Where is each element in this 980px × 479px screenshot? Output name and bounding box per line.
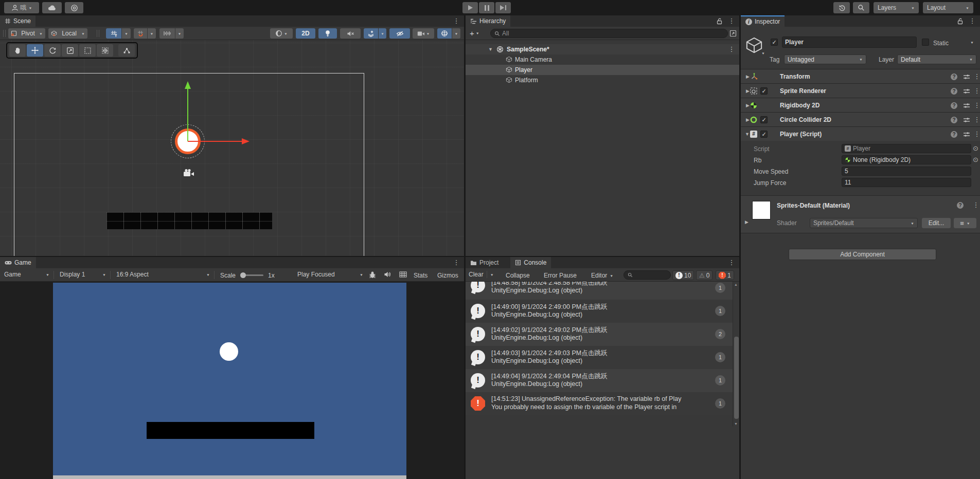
pivot-dropdown[interactable]: Pivot ▼ — [8, 28, 45, 39]
component-header-sprite-renderer[interactable]: ▶ ✓ Sprite Renderer ? ⋮ — [741, 83, 980, 98]
scrollbar-thumb[interactable] — [734, 337, 739, 419]
console-menu-kebab[interactable]: ⋮ — [728, 259, 735, 267]
create-object-button[interactable]: + ▼ — [470, 29, 479, 38]
component-header-player-script[interactable]: ▼ # ✓ Player (Script) ? ⋮ — [741, 126, 980, 141]
help-icon[interactable]: ? — [951, 88, 957, 95]
script-object-field[interactable]: # Player — [842, 144, 971, 153]
warning-filter-toggle[interactable]: ⚠ 0 — [696, 270, 712, 280]
console-message-row[interactable]: ! [14:49:00] 9/1/2024 2:49:00 PM点击跳跃 Uni… — [466, 300, 733, 323]
grid-visibility-caret[interactable]: ▼ — [122, 28, 131, 39]
component-kebab[interactable]: ⋮ — [973, 116, 980, 124]
static-caret[interactable]: ▼ — [970, 41, 974, 44]
game-menu-kebab[interactable]: ⋮ — [453, 259, 460, 267]
rect-tool-button[interactable] — [79, 44, 96, 57]
object-picker-icon[interactable]: ⊙ — [973, 144, 978, 152]
2d-mode-toggle[interactable]: 2D — [296, 28, 315, 39]
scene-lighting-toggle[interactable] — [318, 28, 337, 39]
move-gizmo-y-axis[interactable] — [187, 88, 188, 141]
gameobject-name-field[interactable] — [782, 36, 917, 48]
overlay-drag-handle[interactable] — [3, 30, 6, 37]
grid-visibility-toggle[interactable]: Y — [106, 28, 121, 39]
step-button[interactable] — [495, 2, 511, 13]
hierarchy-item-player[interactable]: Player — [466, 65, 739, 75]
scene-picker-icon[interactable] — [729, 30, 737, 37]
scroll-down-arrow[interactable]: ▼ — [734, 422, 738, 426]
log-filter-toggle[interactable]: ! 10 — [672, 270, 694, 280]
add-component-button[interactable]: Add Component — [789, 249, 936, 260]
gizmos-caret[interactable]: ▼ — [452, 28, 460, 39]
help-icon[interactable]: ? — [957, 202, 964, 209]
tag-dropdown[interactable]: Untagged ▼ — [784, 54, 866, 64]
layers-dropdown[interactable]: Layers ▼ — [874, 2, 919, 13]
material-preview-swatch[interactable] — [752, 201, 771, 219]
aspect-ratio-dropdown[interactable]: 16:9 Aspect▼ — [116, 271, 210, 278]
console-message-row[interactable]: ! [14:49:04] 9/1/2024 2:49:04 PM点击跳跃 Uni… — [466, 369, 733, 392]
hierarchy-search-field[interactable]: All — [490, 29, 728, 38]
foldout-arrow-icon[interactable]: ▶ — [746, 88, 750, 94]
pause-button[interactable] — [479, 2, 494, 13]
console-message-row[interactable]: ! [14:49:02] 9/1/2024 2:49:02 PM点击跳跃 Uni… — [466, 323, 733, 346]
transform-tool-button[interactable] — [97, 44, 113, 57]
layout-dropdown[interactable]: Layout ▼ — [923, 2, 973, 13]
rb-object-field[interactable]: None (Rigidbody 2D) — [842, 155, 971, 164]
display-dropdown[interactable]: Display 1▼ — [60, 271, 106, 278]
game-bottom-scrollbar[interactable] — [53, 475, 406, 479]
scale-tool-button[interactable] — [62, 44, 78, 57]
grid-snapping-caret[interactable]: ▼ — [148, 28, 156, 39]
game-view-dropdown[interactable]: Game▼ — [4, 271, 49, 278]
overlay-drag-handle[interactable] — [97, 30, 99, 37]
scene-menu-kebab[interactable]: ⋮ — [453, 17, 460, 25]
console-message-row[interactable]: ! [14:49:03] 9/1/2024 2:49:03 PM点击跳跃 Uni… — [466, 346, 733, 369]
foldout-arrow-icon[interactable]: ▶ — [746, 74, 750, 79]
help-icon[interactable]: ? — [951, 117, 957, 123]
clear-button[interactable]: Clear ▼ — [469, 271, 494, 278]
help-icon[interactable]: ? — [951, 102, 957, 109]
gizmos-toggle[interactable] — [437, 28, 452, 39]
material-kebab[interactable]: ⋮ — [972, 201, 979, 209]
active-checkbox[interactable]: ✓ — [771, 39, 778, 46]
tab-inspector[interactable]: i Inspector — [741, 15, 785, 27]
gizmos-dropdown[interactable]: Gizmos — [437, 272, 458, 279]
component-enabled-checkbox[interactable]: ✓ — [760, 116, 768, 123]
cloud-button[interactable] — [42, 2, 62, 13]
gameobject-name-input[interactable] — [785, 39, 914, 46]
preset-icon[interactable] — [963, 117, 970, 123]
scene-row-kebab[interactable]: ⋮ — [728, 45, 735, 53]
hierarchy-item-main-camera[interactable]: Main Camera — [466, 54, 739, 65]
snap-increment-toggle[interactable] — [159, 28, 175, 39]
move-speed-input[interactable] — [845, 168, 968, 175]
help-icon[interactable]: ? — [951, 131, 957, 138]
scene-effects-toggle[interactable] — [364, 28, 378, 39]
stats-toggle[interactable]: Stats — [414, 272, 427, 279]
hidden-objects-toggle[interactable] — [389, 28, 410, 39]
stats-grid-button[interactable] — [399, 271, 407, 278]
preset-icon[interactable] — [963, 102, 970, 109]
version-control-button[interactable] — [65, 2, 83, 13]
jump-force-input[interactable] — [845, 179, 968, 186]
scroll-up-arrow[interactable]: ▲ — [734, 283, 738, 286]
component-kebab[interactable]: ⋮ — [973, 87, 980, 95]
collapse-button[interactable]: Collapse — [506, 272, 530, 279]
handle-rotation-dropdown[interactable]: Local ▼ — [48, 28, 87, 39]
pan-tool-button[interactable] — [9, 44, 26, 57]
inspector-menu-kebab[interactable]: ⋮ — [969, 17, 976, 25]
platform-tiles[interactable] — [106, 212, 272, 229]
scene-audio-toggle[interactable] — [340, 28, 361, 39]
shading-mode-dropdown[interactable]: ▼ — [270, 28, 293, 39]
preset-icon[interactable] — [963, 88, 970, 95]
foldout-arrow-icon[interactable]: ▶ — [746, 103, 750, 108]
foldout-arrow-icon[interactable]: ▶ — [746, 117, 750, 122]
tab-hierarchy[interactable]: Hierarchy — [466, 15, 510, 27]
material-menu-button[interactable]: ≡ ▼ — [954, 218, 976, 228]
foldout-arrow-icon[interactable]: ▼ — [745, 132, 750, 137]
foldout-arrow-icon[interactable]: ▼ — [488, 47, 493, 52]
component-kebab[interactable]: ⋮ — [973, 101, 980, 109]
console-scrollbar[interactable]: ▲ ▼ — [733, 282, 739, 427]
tab-console[interactable]: Console — [510, 257, 551, 268]
mute-audio-button[interactable] — [384, 271, 391, 278]
layer-dropdown[interactable]: Default ▼ — [897, 54, 976, 64]
editor-dropdown[interactable]: Editor ▼ — [591, 272, 613, 279]
tab-game[interactable]: Game — [0, 257, 36, 268]
object-picker-icon[interactable]: ⊙ — [973, 156, 978, 163]
camera-gizmo-icon[interactable] — [183, 169, 195, 177]
